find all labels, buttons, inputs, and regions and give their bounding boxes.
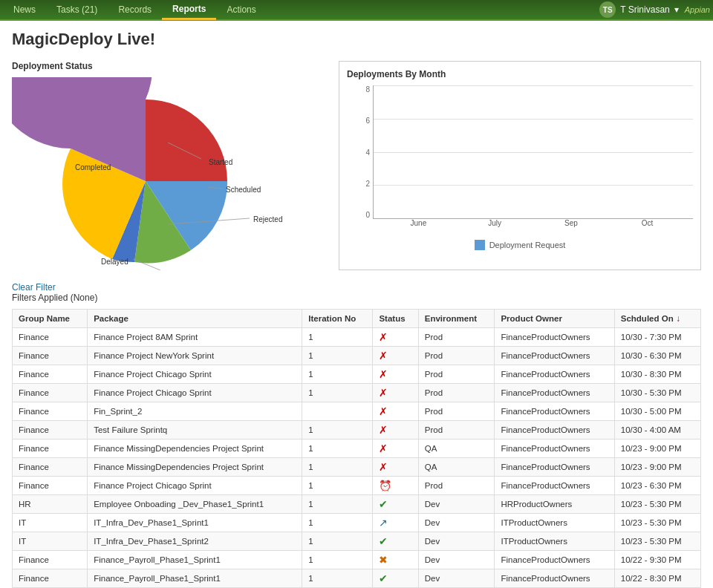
cell-owner: FinanceProductOwners [495,458,614,477]
cell-iteration: 1 [302,569,373,588]
cell-environment: Prod [418,402,495,421]
cell-package: Finance Project NewYork Sprint [88,347,302,365]
cell-package: IT_Infra_Dev_Phase1_Sprint1 [88,514,302,532]
cell-iteration: 1 [302,551,373,569]
nav-item-news[interactable]: News [3,0,46,20]
table-row[interactable]: IT IT_Infra_Dev_Phase1_Sprint1 1 ↗ Dev I… [13,514,701,532]
x-label-sep: Sep [533,219,610,234]
cell-iteration: 1 [302,384,373,402]
col-header-status[interactable]: Status [373,310,418,328]
cell-owner: FinanceProductOwners [495,402,614,421]
nav-item-records[interactable]: Records [108,0,162,20]
cell-package: Finance MissingDependencies Project Spri… [88,440,302,458]
table-row[interactable]: Finance Finance Project Chicago Sprint 1… [13,477,701,495]
pie-completed [146,99,227,181]
legend-label: Deployment Request [489,241,566,249]
table-row[interactable]: Finance Finance Project 8AM Sprint 1 ✗ P… [13,328,701,347]
cell-status: ✗ [373,328,418,347]
main-content: MagicDeploy Live! Deployment Status [0,21,713,588]
filters-applied-text: Filters Applied (None) [12,293,97,303]
cell-environment: Prod [418,365,495,384]
cell-status: ✗ [373,365,418,384]
table-row[interactable]: Finance Finance MissingDependencies Proj… [13,458,701,477]
table-row[interactable]: Finance Test Failure Sprintq 1 ✗ Prod Fi… [13,421,701,440]
cell-group: IT [13,514,88,532]
table-row[interactable]: Finance Finance Project NewYork Sprint 1… [13,347,701,365]
table-row[interactable]: Finance Finance MissingDependencies Proj… [13,440,701,458]
y-label-4: 4 [365,148,370,157]
col-header-package[interactable]: Package [88,310,302,328]
clear-filter-link[interactable]: Clear Filter [12,282,56,293]
cell-package: Finance Project 8AM Sprint [88,328,302,347]
nav-item-reports[interactable]: Reports [162,0,216,20]
legend-rejected: Rejected [253,215,282,223]
col-header-owner[interactable]: Product Owner [495,310,614,328]
y-label-6: 6 [365,117,370,125]
cell-group: Finance [13,328,88,347]
bar-chart-title: Deployments By Month [347,69,693,79]
cell-status: ↗ [373,514,418,532]
nav-item-actions[interactable]: Actions [216,0,266,20]
cell-owner: FinanceProductOwners [495,365,614,384]
cell-package: Employee Onboading _Dev_Phase1_Sprint1 [88,495,302,514]
col-header-iteration[interactable]: Iteration No [302,310,373,328]
table-row[interactable]: Finance Fin_Sprint_2 ✗ Prod FinanceProdu… [13,402,701,421]
top-navigation: News Tasks (21) Records Reports Actions … [0,0,713,21]
cell-environment: Prod [418,477,495,495]
table-row[interactable]: Finance Finance_Payroll_Phase1_Sprint1 1… [13,569,701,588]
cell-scheduled: 10/22 - 8:30 PM [614,569,700,588]
cell-package: Test Failure Sprintq [88,421,302,440]
cell-owner: FinanceProductOwners [495,384,614,402]
cell-group: IT [13,532,88,551]
x-label-oct: Oct [609,219,686,234]
col-header-environment[interactable]: Environment [418,310,495,328]
table-row[interactable]: IT IT_Infra_Dev_Phase1_Sprint2 1 ✔ Dev I… [13,532,701,551]
cell-status: ✔ [373,532,418,551]
user-name: T Srinivasan [620,4,669,15]
table-row[interactable]: Finance Finance Project Chicago Sprint 1… [13,384,701,402]
legend-started: Started [209,158,232,166]
cell-group: Finance [13,365,88,384]
y-label-0: 0 [365,211,370,219]
cell-group: Finance [13,477,88,495]
dropdown-arrow: ▾ [674,4,679,15]
col-header-group[interactable]: Group Name [13,310,88,328]
cell-status: ✔ [373,569,418,588]
cell-group: Finance [13,347,88,365]
cell-environment: Dev [418,514,495,532]
cell-owner: FinanceProductOwners [495,477,614,495]
cell-owner: FinanceProductOwners [495,440,614,458]
cell-package: Finance_Payroll_Phase1_Sprint1 [88,569,302,588]
table-row[interactable]: Finance Finance Project Chicago Sprint 1… [13,365,701,384]
cell-environment: Dev [418,569,495,588]
cell-group: Finance [13,402,88,421]
cell-iteration: 1 [302,365,373,384]
cell-iteration: 1 [302,495,373,514]
x-label-june: June [380,219,457,234]
cell-iteration: 1 [302,532,373,551]
brand-label: Appian [685,5,710,14]
cell-iteration: 1 [302,328,373,347]
cell-status: ✗ [373,347,418,365]
pie-chart-title: Deployment Status [12,61,324,71]
table-body: Finance Finance Project 8AM Sprint 1 ✗ P… [13,328,701,588]
nav-item-tasks[interactable]: Tasks (21) [46,0,108,20]
user-menu[interactable]: TS T Srinivasan ▾ [599,1,678,18]
cell-scheduled: 10/23 - 5:30 PM [614,514,700,532]
filter-area: Clear Filter Filters Applied (None) [12,282,701,303]
bar-plot-area [373,85,693,219]
legend-color [475,240,485,250]
cell-group: HR [13,495,88,514]
cell-group: Finance [13,551,88,569]
cell-group: Finance [13,458,88,477]
cell-status: ✗ [373,440,418,458]
cell-owner: HRProductOwners [495,495,614,514]
table-row[interactable]: HR Employee Onboading _Dev_Phase1_Sprint… [13,495,701,514]
cell-package: Finance_Payroll_Phase1_Sprint1 [88,551,302,569]
bar-chart-section: Deployments By Month 8 6 4 2 0 [339,61,701,270]
cell-scheduled: 10/23 - 9:00 PM [614,440,700,458]
page-title: MagicDeploy Live! [12,30,701,49]
col-header-scheduled[interactable]: Schduled On ↓ [614,310,700,328]
cell-package: Finance Project Chicago Sprint [88,365,302,384]
table-row[interactable]: Finance Finance_Payroll_Phase1_Sprint1 1… [13,551,701,569]
